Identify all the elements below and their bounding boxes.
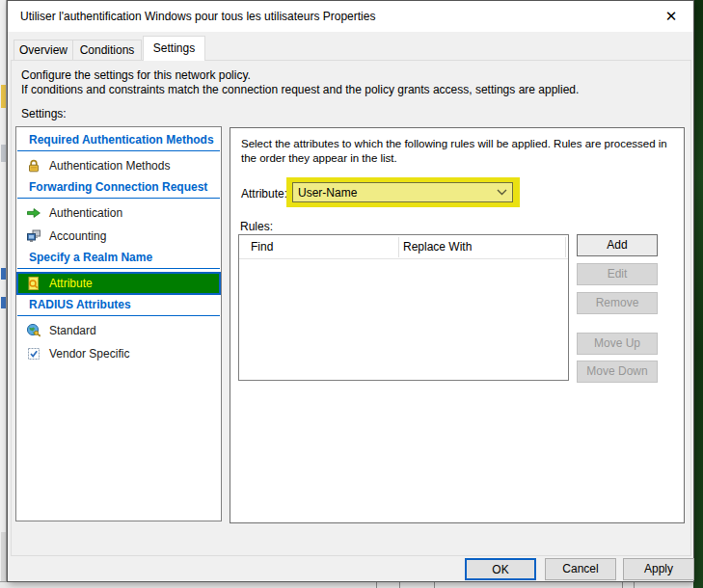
column-header-find[interactable]: Find: [251, 235, 273, 258]
attribute-dropdown-value: User-Name: [293, 186, 491, 200]
lock-icon: [26, 158, 41, 174]
tree-group-specify-realm: Specify a Realm Name: [16, 248, 221, 266]
tab-description: Configure the settings for this network …: [21, 68, 579, 97]
tree-item-accounting[interactable]: Accounting: [16, 225, 221, 248]
title-bar: Utiliser l'authentification Windows pour…: [8, 1, 693, 32]
background-icon-fragment: [1, 297, 6, 308]
tree-item-label: Accounting: [41, 229, 106, 243]
background-gridline: [622, 582, 623, 588]
background-icon-fragment: [1, 145, 6, 162]
tab-conditions[interactable]: Conditions: [72, 40, 142, 61]
rules-label: Rules:: [240, 220, 273, 233]
attribute-settings-panel: Select the attributes to which the follo…: [230, 127, 685, 523]
tree-group-required-authentication: Required Authentication Methods: [16, 130, 221, 148]
settings-label: Settings:: [21, 107, 67, 120]
tree-item-authentication[interactable]: Authentication: [16, 201, 221, 225]
cancel-button[interactable]: Cancel: [545, 558, 616, 580]
rules-list[interactable]: Find Replace With: [238, 234, 569, 381]
ok-button[interactable]: OK: [465, 558, 536, 580]
tree-group-forwarding-connection: Forwarding Connection Request: [16, 177, 221, 196]
background-gridline: [634, 582, 635, 588]
remove-button: Remove: [577, 292, 658, 314]
description-line-2: If conditions and constraints match the …: [21, 83, 579, 97]
tree-item-label: Standard: [41, 324, 96, 337]
move-down-button: Move Down: [577, 361, 658, 383]
attribute-label: Attribute:: [241, 187, 287, 200]
apply-button[interactable]: Apply: [623, 558, 694, 580]
properties-dialog: Utiliser l'authentification Windows pour…: [7, 0, 694, 582]
column-header-replace-with[interactable]: Replace With: [403, 235, 472, 258]
tree-item-attribute-selected[interactable]: Attribute: [16, 272, 221, 295]
tree-group-underline: [17, 198, 220, 199]
tree-item-label: Authentication: [41, 206, 122, 220]
tree-group-underline: [17, 150, 220, 151]
background-icon-fragment: [1, 532, 6, 582]
document-search-icon: [26, 276, 41, 291]
tab-overview[interactable]: Overview: [14, 40, 73, 61]
tree-item-authentication-methods[interactable]: Authentication Methods: [16, 154, 221, 177]
edit-button: Edit: [577, 263, 658, 285]
settings-tab-page: Configure the settings for this network …: [11, 60, 691, 556]
panel-instruction: Select the attributes to which the follo…: [241, 137, 677, 166]
description-line-1: Configure the settings for this network …: [21, 68, 579, 83]
tree-item-label: Vendor Specific: [41, 347, 129, 361]
tree-group-radius-attributes: RADIUS Attributes: [16, 295, 221, 313]
close-icon[interactable]: ✕: [655, 3, 688, 30]
attribute-dropdown[interactable]: User-Name: [292, 182, 513, 202]
background-icon-fragment: [1, 85, 6, 108]
settings-tree: Required Authentication Methods Authenti…: [15, 126, 222, 521]
background-gridline: [399, 582, 400, 588]
move-up-button: Move Up: [577, 333, 658, 355]
computers-icon: [26, 228, 41, 244]
background-gridline: [434, 582, 435, 588]
background-gridline: [376, 582, 377, 588]
tree-item-label: Attribute: [41, 277, 93, 290]
tab-settings[interactable]: Settings: [143, 36, 205, 61]
green-arrow-icon: [26, 205, 41, 221]
column-separator[interactable]: [565, 237, 566, 257]
tree-group-underline: [17, 268, 220, 269]
background-right-sliver: [693, 0, 703, 588]
chevron-down-icon: [491, 189, 512, 196]
window-title: Utiliser l'authentification Windows pour…: [20, 1, 375, 32]
globe-key-icon: [26, 323, 41, 338]
tree-item-standard[interactable]: Standard: [16, 319, 221, 342]
checkbox-icon: [26, 346, 41, 361]
tree-group-underline: [17, 315, 220, 316]
background-bottom-sliver: [0, 581, 693, 588]
background-icon-fragment: [1, 268, 6, 280]
add-button[interactable]: Add: [577, 234, 658, 256]
yellow-highlight-annotation: User-Name: [286, 177, 520, 207]
tree-item-label: Authentication Methods: [41, 159, 170, 173]
rules-list-header: Find Replace With: [239, 235, 568, 259]
tree-item-vendor-specific[interactable]: Vendor Specific: [16, 342, 221, 365]
background-left-sliver: [0, 0, 7, 588]
column-separator[interactable]: [398, 237, 399, 257]
